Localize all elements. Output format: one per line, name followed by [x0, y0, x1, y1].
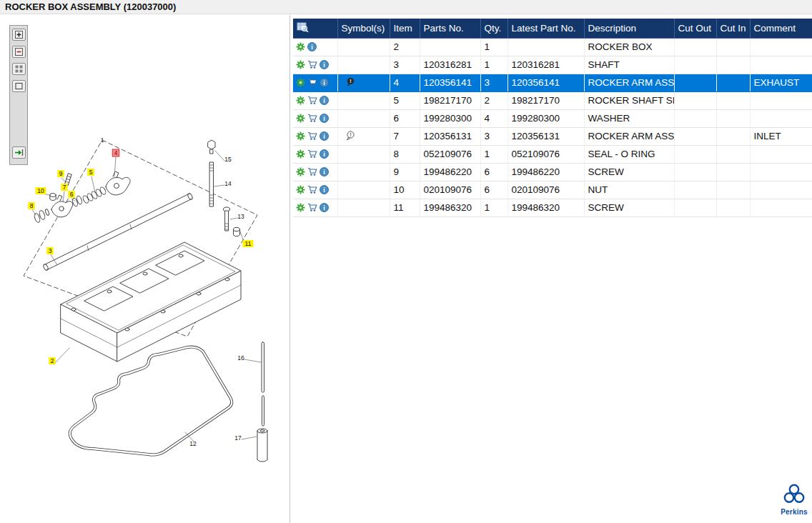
- assembly-diagram[interactable]: 1495107683211131415161712: [0, 15, 290, 523]
- perkins-logo-text: Perkins: [776, 508, 812, 516]
- gear-icon[interactable]: [296, 185, 305, 194]
- diagram-callout-16[interactable]: 16: [237, 354, 244, 362]
- table-row[interactable]: i!41203561413120356141ROCKER ARM ASSEXHA…: [293, 74, 812, 91]
- svg-text:i: i: [323, 186, 325, 194]
- row-action-icons[interactable]: i: [293, 91, 337, 109]
- info-icon[interactable]: i: [307, 42, 317, 51]
- fit-view-button[interactable]: [12, 63, 26, 75]
- cart-icon[interactable]: [307, 185, 317, 194]
- cart-icon[interactable]: [307, 131, 317, 141]
- description-cell: WASHER: [584, 109, 674, 127]
- diagram-callout-1[interactable]: 1: [101, 136, 104, 144]
- comment-cell: [750, 91, 812, 109]
- gear-icon[interactable]: [296, 114, 305, 123]
- diagram-callout-5[interactable]: 5: [87, 169, 94, 176]
- table-row[interactable]: i!71203561313120356131ROCKER ARM ASSINLE…: [293, 127, 812, 145]
- cut-in-cell: [716, 163, 750, 181]
- cart-icon[interactable]: [307, 203, 317, 212]
- info-icon[interactable]: i: [320, 60, 329, 69]
- gear-icon[interactable]: [296, 96, 305, 105]
- diagram-callout-3[interactable]: 3: [46, 247, 54, 254]
- row-action-icons[interactable]: i: [293, 181, 337, 199]
- info-icon[interactable]: i: [320, 131, 329, 141]
- item-cell: 5: [390, 91, 420, 109]
- header-cut-out[interactable]: Cut Out: [674, 19, 716, 38]
- row-action-icons[interactable]: i: [293, 74, 337, 91]
- table-row[interactable]: i21ROCKER BOX: [293, 38, 812, 56]
- info-icon[interactable]: i: [320, 203, 329, 212]
- header-description[interactable]: Description: [584, 19, 674, 38]
- diagram-callout-12[interactable]: 12: [189, 440, 197, 447]
- info-icon[interactable]: i: [320, 96, 329, 105]
- header-parts-no[interactable]: Parts No.: [420, 19, 480, 38]
- frame-select-button[interactable]: [12, 80, 26, 92]
- diagram-callout-13[interactable]: 13: [237, 213, 244, 220]
- row-action-icons[interactable]: i: [293, 163, 337, 181]
- info-icon[interactable]: i: [320, 114, 329, 123]
- header-item[interactable]: Item: [390, 19, 420, 38]
- table-row[interactable]: i91994862206199486220SCREW: [293, 163, 812, 181]
- cart-icon[interactable]: [307, 78, 317, 87]
- table-row[interactable]: i61992803004199280300WASHER: [293, 109, 812, 127]
- gear-icon[interactable]: [296, 78, 305, 87]
- info-icon[interactable]: i: [320, 167, 329, 176]
- qty-cell: 2: [480, 91, 508, 109]
- zoom-in-button[interactable]: [12, 29, 26, 41]
- header-qty[interactable]: Qty.: [480, 19, 508, 38]
- cut-in-cell: [716, 38, 750, 56]
- row-action-icons[interactable]: i: [293, 56, 337, 74]
- cart-icon[interactable]: [307, 167, 317, 176]
- header-cut-in[interactable]: Cut In: [716, 19, 750, 38]
- gear-icon[interactable]: [296, 131, 305, 141]
- cart-icon[interactable]: [307, 60, 317, 69]
- cart-icon[interactable]: [307, 96, 317, 105]
- table-row[interactable]: i100201090766020109076NUT: [293, 181, 812, 199]
- gear-icon[interactable]: [296, 149, 305, 159]
- filter-header-cell[interactable]: [293, 19, 337, 38]
- diagram-callout-14[interactable]: 14: [224, 180, 232, 187]
- zoom-out-button[interactable]: [12, 46, 26, 58]
- diagram-callout-4[interactable]: 4: [112, 149, 119, 156]
- info-icon[interactable]: i: [320, 185, 329, 194]
- diagram-callout-6[interactable]: 6: [68, 191, 75, 198]
- qty-cell: 6: [480, 181, 508, 199]
- diagram-callout-8[interactable]: 8: [28, 202, 35, 209]
- info-icon[interactable]: i: [320, 78, 329, 87]
- comment-cell: EXHAUST: [750, 74, 812, 91]
- tiles-icon: [15, 65, 23, 73]
- table-row[interactable]: i111994863201199486320SCREW: [293, 199, 812, 216]
- gear-icon[interactable]: [296, 203, 305, 212]
- header-symbols[interactable]: Symbol(s): [337, 19, 390, 38]
- row-action-icons[interactable]: i: [293, 199, 337, 216]
- diagram-callout-9[interactable]: 9: [57, 170, 64, 177]
- table-row[interactable]: i31203162811120316281SHAFT: [293, 56, 812, 74]
- gear-icon[interactable]: [296, 60, 305, 69]
- diagram-callout-2[interactable]: 2: [49, 357, 56, 364]
- diagram-callout-15[interactable]: 15: [224, 156, 232, 163]
- symbol-cell: [337, 91, 390, 109]
- diagram-callout-10[interactable]: 10: [36, 187, 46, 194]
- row-action-icons[interactable]: i: [293, 38, 337, 56]
- go-to-list-button[interactable]: [12, 146, 26, 159]
- svg-text:11: 11: [245, 240, 252, 247]
- latest-part-no-cell: 120356131: [508, 127, 584, 145]
- comment-cell: [750, 145, 812, 163]
- row-action-icons[interactable]: i: [293, 109, 337, 127]
- symbol-cell: [337, 145, 390, 163]
- gear-icon[interactable]: [296, 167, 305, 176]
- parts-no-cell: 020109076: [420, 181, 480, 199]
- diagram-callout-7[interactable]: 7: [61, 184, 68, 191]
- header-latest-part-no[interactable]: Latest Part No.: [508, 19, 584, 38]
- cart-icon[interactable]: [307, 149, 317, 159]
- table-row[interactable]: i80521090761052109076SEAL - O RING: [293, 145, 812, 163]
- row-action-icons[interactable]: i: [293, 145, 337, 163]
- row-action-icons[interactable]: i: [293, 127, 337, 145]
- info-icon[interactable]: i: [320, 149, 329, 159]
- diagram-callout-11[interactable]: 11: [243, 240, 254, 247]
- diagram-callout-17[interactable]: 17: [234, 434, 242, 442]
- symbol-cell: [337, 181, 390, 199]
- table-row[interactable]: i51982171702198217170ROCKER SHAFT SP: [293, 91, 812, 109]
- gear-icon[interactable]: [296, 42, 305, 51]
- header-comment[interactable]: Comment: [750, 19, 812, 38]
- cart-icon[interactable]: [307, 114, 317, 123]
